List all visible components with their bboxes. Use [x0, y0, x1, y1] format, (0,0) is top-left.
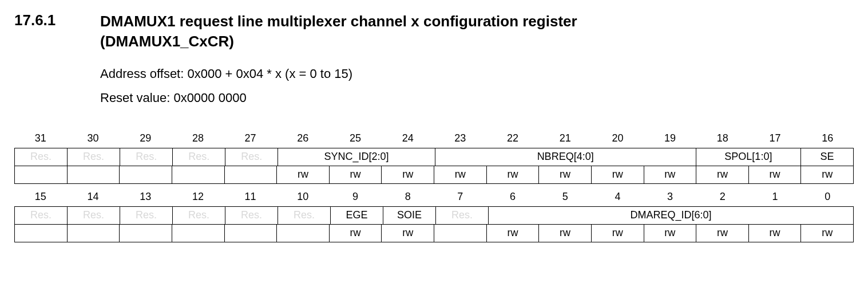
access-rw: rw	[592, 225, 644, 242]
field-reserved: Res.	[120, 148, 173, 166]
access-cell	[68, 166, 120, 183]
access-rw: rw	[330, 225, 382, 242]
access-rw: rw	[801, 166, 854, 183]
bit-num: 12	[172, 189, 224, 206]
bit-num: 11	[224, 189, 277, 206]
access-rw: rw	[277, 166, 330, 183]
access-cell	[120, 225, 172, 242]
access-rw: rw	[434, 166, 487, 183]
field-access-low: rw rw rw rw rw rw rw rw rw	[14, 224, 854, 242]
bit-num: 22	[486, 130, 539, 148]
bit-num: 15	[14, 189, 67, 206]
bit-num: 2	[696, 189, 749, 206]
access-rw: rw	[539, 225, 592, 242]
field-nbreq: NBREQ[4:0]	[435, 148, 696, 166]
field-reserved: Res.	[15, 148, 68, 166]
field-names-high: Res. Res. Res. Res. Res. SYNC_ID[2:0] NB…	[14, 148, 854, 166]
access-rw: rw	[696, 166, 749, 183]
field-soie: SOIE	[383, 207, 436, 224]
field-spol: SPOL[1:0]	[696, 148, 801, 166]
access-rw: rw	[801, 225, 854, 242]
access-rw: rw	[487, 166, 540, 183]
field-reserved: Res.	[225, 148, 278, 166]
bit-num: 29	[119, 130, 172, 148]
bit-num: 17	[749, 130, 802, 148]
title-line-2: (DMAMUX1_CxCR)	[100, 33, 234, 50]
access-cell	[120, 166, 172, 183]
bit-num: 27	[224, 130, 277, 148]
section-title: DMAMUX1 request line multiplexer channel…	[100, 11, 577, 52]
field-reserved: Res.	[173, 207, 225, 224]
section-number: 17.6.1	[14, 11, 100, 29]
bit-num: 25	[329, 130, 382, 148]
bit-num: 30	[67, 130, 120, 148]
field-reserved: Res.	[225, 207, 278, 224]
bit-num: 28	[172, 130, 224, 148]
bit-num: 23	[434, 130, 487, 148]
field-reserved: Res.	[278, 207, 331, 224]
bit-num: 20	[592, 130, 644, 148]
access-rw: rw	[592, 166, 644, 183]
access-cell	[15, 166, 68, 183]
bit-num: 14	[67, 189, 120, 206]
field-reserved: Res.	[120, 207, 173, 224]
access-rw: rw	[382, 225, 434, 242]
field-dmareq-id: DMAREQ_ID[6:0]	[489, 207, 854, 224]
field-reserved: Res.	[173, 148, 225, 166]
field-se: SE	[801, 148, 854, 166]
bit-num: 0	[801, 189, 854, 206]
access-rw: rw	[696, 225, 749, 242]
access-rw: rw	[644, 225, 697, 242]
bit-num: 5	[539, 189, 592, 206]
field-access-high: rw rw rw rw rw rw rw rw rw rw rw	[14, 166, 854, 184]
field-reserved: Res.	[68, 148, 120, 166]
field-reserved: Res.	[436, 207, 489, 224]
title-line-1: DMAMUX1 request line multiplexer channel…	[100, 13, 577, 30]
bit-num: 7	[434, 189, 487, 206]
access-rw: rw	[382, 166, 434, 183]
access-cell	[225, 166, 278, 183]
bit-num: 13	[119, 189, 172, 206]
field-reserved: Res.	[68, 207, 120, 224]
access-cell	[15, 225, 68, 242]
bit-numbers-high: 31 30 29 28 27 26 25 24 23 22 21 20 19 1…	[14, 130, 854, 148]
bit-num: 8	[382, 189, 434, 206]
access-cell	[172, 225, 225, 242]
bit-num: 21	[539, 130, 592, 148]
access-rw: rw	[749, 166, 802, 183]
bit-num: 18	[696, 130, 749, 148]
bit-num: 9	[329, 189, 382, 206]
reset-value: Reset value: 0x0000 0000	[100, 86, 854, 110]
bit-num: 19	[644, 130, 696, 148]
field-ege: EGE	[331, 207, 383, 224]
field-reserved: Res.	[15, 207, 68, 224]
bit-num: 24	[382, 130, 434, 148]
field-names-low: Res. Res. Res. Res. Res. Res. EGE SOIE R…	[14, 206, 854, 224]
bit-numbers-low: 15 14 13 12 11 10 9 8 7 6 5 4 3 2 1 0	[14, 189, 854, 206]
bit-num: 1	[749, 189, 802, 206]
address-offset: Address offset: 0x000 + 0x04 * x (x = 0 …	[100, 62, 854, 86]
bit-num: 10	[276, 189, 329, 206]
field-sync-id: SYNC_ID[2:0]	[278, 148, 435, 166]
access-cell	[225, 225, 278, 242]
bit-num: 16	[801, 130, 854, 148]
access-cell	[68, 225, 120, 242]
bit-num: 4	[592, 189, 644, 206]
register-layout: 31 30 29 28 27 26 25 24 23 22 21 20 19 1…	[14, 130, 854, 242]
bit-num: 26	[276, 130, 329, 148]
access-cell	[434, 225, 487, 242]
access-rw: rw	[539, 166, 592, 183]
section-heading: 17.6.1 DMAMUX1 request line multiplexer …	[14, 11, 854, 52]
access-cell	[172, 166, 225, 183]
bit-num: 3	[644, 189, 696, 206]
access-rw: rw	[749, 225, 802, 242]
register-meta: Address offset: 0x000 + 0x04 * x (x = 0 …	[100, 62, 854, 110]
access-rw: rw	[644, 166, 697, 183]
access-cell	[277, 225, 330, 242]
access-rw: rw	[330, 166, 382, 183]
bit-num: 31	[14, 130, 67, 148]
bit-num: 6	[486, 189, 539, 206]
access-rw: rw	[487, 225, 540, 242]
